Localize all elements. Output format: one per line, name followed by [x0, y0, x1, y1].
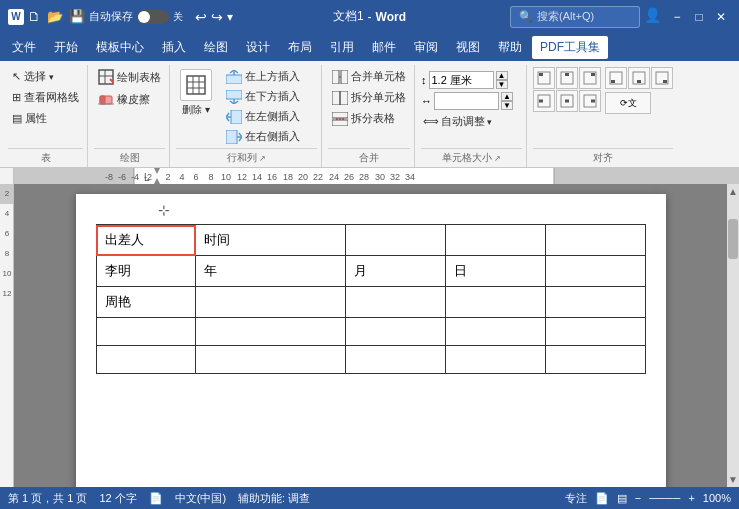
menu-home[interactable]: 开始	[46, 36, 86, 59]
search-box[interactable]: 🔍 搜索(Alt+Q)	[510, 6, 640, 28]
table-cell-4-0[interactable]	[96, 346, 196, 374]
table-cell-2-2[interactable]	[346, 287, 446, 318]
align-bottom-right[interactable]	[651, 67, 673, 89]
table-cell-3-2[interactable]	[346, 318, 446, 346]
page-scroll-area[interactable]: ⊹ 出差人 时间 李明 年 月	[14, 184, 727, 487]
redo-icon[interactable]: ↪	[211, 9, 223, 25]
align-middle-center[interactable]	[556, 90, 578, 112]
properties-button[interactable]: ▤ 属性	[8, 109, 83, 128]
table-cell-0-0[interactable]: 出差人	[96, 225, 196, 256]
table-cell-4-3[interactable]	[445, 346, 545, 374]
scroll-thumb[interactable]	[728, 219, 738, 259]
split-table-button[interactable]: 拆分表格	[328, 109, 410, 128]
undo-icon[interactable]: ↩	[195, 9, 207, 25]
height-down[interactable]: ▼	[496, 80, 508, 89]
delete-button[interactable]: 删除 ▾	[176, 67, 216, 119]
zoom-out-button[interactable]: −	[635, 492, 641, 504]
table-cell-3-3[interactable]	[445, 318, 545, 346]
menu-design[interactable]: 设计	[238, 36, 278, 59]
close-button[interactable]: ✕	[711, 7, 731, 27]
focus-button[interactable]: 专注	[565, 491, 587, 506]
draw-table-button[interactable]: 绘制表格	[94, 67, 165, 87]
table-cell-3-1[interactable]	[196, 318, 346, 346]
width-up[interactable]: ▲	[501, 92, 513, 101]
autosave-toggle[interactable]	[137, 10, 169, 24]
view-gridlines-button[interactable]: ⊞ 查看网格线	[8, 88, 83, 107]
table-cell-0-2[interactable]	[346, 225, 446, 256]
table-cell-2-0[interactable]: 周艳	[96, 287, 196, 318]
align-bottom-left[interactable]	[605, 67, 627, 89]
text-direction-button[interactable]: ⟳文	[605, 92, 651, 114]
user-icon[interactable]: 👤	[644, 7, 661, 27]
eraser-button[interactable]: 橡皮擦	[94, 89, 165, 109]
scroll-up-button[interactable]: ▲	[726, 184, 739, 199]
cellsize-group-content: ↕ ▲ ▼ ↔ ▲ ▼	[421, 67, 522, 146]
menu-layout[interactable]: 布局	[280, 36, 320, 59]
align-bottom-center[interactable]	[628, 67, 650, 89]
doc-format-icon[interactable]: 📄	[149, 492, 163, 505]
menu-template[interactable]: 模板中心	[88, 36, 152, 59]
zoom-slider[interactable]: ────	[649, 492, 680, 504]
split-cells-button[interactable]: 拆分单元格	[328, 88, 410, 107]
table-cell-0-3[interactable]	[445, 225, 545, 256]
table-move-handle[interactable]: ⊹	[158, 202, 170, 218]
table-cell-3-4[interactable]	[545, 318, 645, 346]
view-mode-button[interactable]: 📄	[595, 492, 609, 505]
view-print-button[interactable]: ▤	[617, 492, 627, 505]
svg-text:-8: -8	[105, 172, 113, 182]
indent-top-marker[interactable]	[154, 168, 160, 174]
width-down[interactable]: ▼	[501, 101, 513, 110]
menu-file[interactable]: 文件	[4, 36, 44, 59]
table-cell-2-3[interactable]	[445, 287, 545, 318]
menu-insert[interactable]: 插入	[154, 36, 194, 59]
align-middle-right[interactable]	[579, 90, 601, 112]
width-field[interactable]	[434, 92, 499, 110]
table-cell-1-3[interactable]: 日	[445, 256, 545, 287]
insert-below-button[interactable]: 在下方插入	[222, 87, 304, 106]
table-cell-2-1[interactable]	[196, 287, 346, 318]
rowcol-expand-icon[interactable]: ↗	[259, 154, 266, 163]
maximize-button[interactable]: □	[689, 7, 709, 27]
table-cell-3-0[interactable]	[96, 318, 196, 346]
height-field[interactable]	[429, 71, 494, 89]
menu-view[interactable]: 视图	[448, 36, 488, 59]
insert-left-button[interactable]: 在左侧插入	[222, 107, 304, 126]
scroll-down-button[interactable]: ▼	[726, 472, 739, 487]
menu-mailings[interactable]: 邮件	[364, 36, 404, 59]
open-icon[interactable]: 📂	[47, 9, 63, 24]
select-button[interactable]: ↖ 选择 ▾	[8, 67, 83, 86]
table-cell-2-4[interactable]	[545, 287, 645, 318]
insert-right-button[interactable]: 在右侧插入	[222, 127, 304, 146]
insert-above-button[interactable]: 在上方插入	[222, 67, 304, 86]
table-cell-1-2[interactable]: 月	[346, 256, 446, 287]
new-icon[interactable]: 🗋	[28, 9, 41, 24]
menu-draw[interactable]: 绘图	[196, 36, 236, 59]
table-cell-0-4[interactable]	[545, 225, 645, 256]
menu-review[interactable]: 审阅	[406, 36, 446, 59]
language[interactable]: 中文(中国)	[175, 491, 226, 506]
menu-help[interactable]: 帮助	[490, 36, 530, 59]
align-top-left[interactable]	[533, 67, 555, 89]
merge-cells-button[interactable]: 合并单元格	[328, 67, 410, 86]
align-middle-left[interactable]	[533, 90, 555, 112]
customize-icon[interactable]: ▾	[227, 10, 233, 24]
menu-references[interactable]: 引用	[322, 36, 362, 59]
align-top-right[interactable]	[579, 67, 601, 89]
table-cell-1-4[interactable]	[545, 256, 645, 287]
table-cell-0-1[interactable]: 时间	[196, 225, 346, 256]
save-icon[interactable]: 💾	[69, 9, 85, 24]
auto-adjust-button[interactable]: ⟺ 自动调整 ▾	[421, 113, 513, 130]
accessibility[interactable]: 辅助功能: 调查	[238, 491, 310, 506]
table-cell-1-0[interactable]: 李明	[96, 256, 196, 287]
menu-pdf[interactable]: PDF工具集	[532, 36, 608, 59]
table-cell-4-1[interactable]	[196, 346, 346, 374]
table-cell-4-2[interactable]	[346, 346, 446, 374]
table-cell-1-1[interactable]: 年	[196, 256, 346, 287]
minimize-button[interactable]: −	[667, 7, 687, 27]
height-up[interactable]: ▲	[496, 71, 508, 80]
table-cell-4-4[interactable]	[545, 346, 645, 374]
vertical-scrollbar[interactable]: ▲ ▼	[727, 184, 739, 487]
zoom-in-button[interactable]: +	[688, 492, 694, 504]
cellsize-expand-icon[interactable]: ↗	[494, 154, 501, 163]
align-top-center[interactable]	[556, 67, 578, 89]
